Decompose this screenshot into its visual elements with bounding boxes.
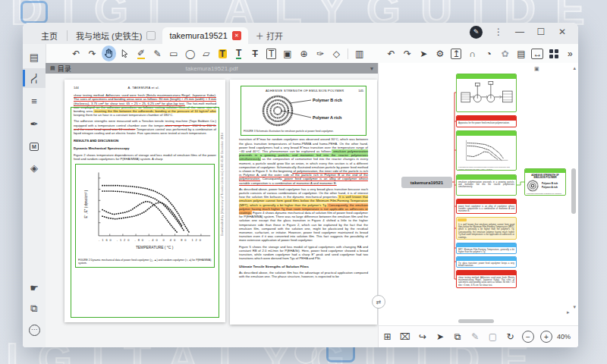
eraser-icon: ◇ — [333, 49, 340, 58]
export-button[interactable]: ↥ — [449, 46, 464, 61]
rectangle-tool-button[interactable]: ▭ — [166, 46, 181, 61]
screenshot-button[interactable]: ▢ — [486, 329, 499, 345]
sidebar-item-more[interactable]: ⋯ — [23, 320, 46, 340]
signature-pen-icon: ✑ — [316, 49, 324, 58]
mindmap-node-red-excerpt-2[interactable]: shear testing method. Adhesives used wer… — [456, 270, 517, 288]
mindmap-node-apparatus-figure[interactable] — [456, 74, 517, 112]
annotation-toolbar: ↶ ↷ ✐ ✎ ▭ ◯ ▱ T T T T ▣ ⊕ ✑ ◇ ▥ ↶ ↷ ➤ ⚙ … — [46, 44, 578, 64]
book-pages-icon: ⧉ — [30, 303, 37, 315]
timer-button[interactable]: ◔ — [481, 46, 495, 61]
hand-tool-button[interactable] — [102, 46, 116, 61]
zoom-out-button[interactable]: − — [522, 331, 534, 343]
signature-button[interactable]: ✑ — [313, 46, 327, 61]
sidebar-item-tags[interactable]: ◈ — [23, 158, 46, 177]
close-icon[interactable]: ✕ — [557, 27, 568, 37]
menu-dots-icon[interactable]: ⋮ — [493, 27, 504, 37]
delete-node-button[interactable]: ⌧ — [398, 329, 411, 345]
mindmap-node-red-note[interactable]: Apparatus for the power feed emulsion po… — [456, 115, 517, 127]
pointer-tool-button[interactable]: ➤ — [417, 46, 431, 61]
panel-collapse-button[interactable]: ⇄ — [372, 295, 385, 309]
titlebar: 主页 我与地坛 (史铁生) takemura19521 ✕ ＋ 打开 ✎ ⋮ —… — [23, 23, 578, 44]
scroll-down-icon[interactable]: ▾ — [573, 304, 576, 310]
ellipse-tool-button[interactable]: ◯ — [183, 46, 197, 61]
highlighter-button[interactable]: ✐ — [134, 46, 148, 61]
image-annotation-button[interactable]: ▣ — [280, 46, 294, 61]
pen-button[interactable]: ✎ — [150, 46, 165, 61]
scroll-up-icon[interactable]: ▴ — [573, 65, 576, 71]
open-file-button[interactable]: ＋ 打开 — [248, 27, 291, 44]
zoom-level: 40% — [557, 333, 571, 340]
text-highlight-button[interactable]: T — [215, 46, 230, 61]
figure-3-annotation-box[interactable]: ADHESIVE STRENGTH OF EMULSION POLYMER 14… — [241, 86, 366, 136]
tag-icon: ◈ — [30, 162, 38, 174]
tab-close-icon[interactable]: ✕ — [232, 31, 241, 40]
mindmap-node-yellow-note[interactable]: It is well known that emulsion polymer c… — [456, 217, 517, 240]
mindmap-node-blue-note-2[interactable]: Tg: glass transition; power feed copolym… — [456, 256, 517, 268]
web-link-button[interactable]: ⊕ — [297, 46, 311, 61]
copy-node-button[interactable]: ⧉ — [451, 329, 464, 345]
redo-icon: ↷ — [404, 49, 411, 58]
polygon-tool-button[interactable]: ▱ — [199, 46, 213, 61]
horizontal-scrollbar[interactable] — [458, 319, 494, 323]
mindmap-node-figure3-detail[interactable]: ADHESIVE STRENGTH OF EMULSION POLYMER — [524, 168, 566, 196]
vertical-scrollbar[interactable] — [571, 168, 576, 214]
chevron-down-icon[interactable]: ▾ — [370, 65, 373, 72]
new-node-icon: ⊞ — [384, 332, 392, 341]
tab-close-icon[interactable] — [146, 31, 156, 40]
text-underline-button[interactable]: T — [231, 46, 246, 61]
tab-separator — [67, 30, 68, 41]
mindmap-node-blue-note-1[interactable]: MFT: Minimum Film-Forming Temperature, g… — [456, 243, 517, 254]
link-node-button[interactable]: ↪ — [416, 329, 429, 345]
tab-home[interactable]: 主页 — [33, 27, 65, 44]
node-text: emulsion polymerization proceeds in a gr… — [457, 180, 516, 190]
text-strikethrough-button[interactable]: T — [247, 46, 262, 61]
scroll-right-icon[interactable]: ▸ — [567, 309, 570, 315]
sidebar-item-hand-gesture[interactable]: ☛ — [23, 278, 46, 297]
grid-view-button[interactable] — [546, 46, 561, 61]
ellipse-icon: ◯ — [185, 49, 195, 58]
minimap-toggle-icon[interactable]: ▣ — [534, 66, 539, 72]
mindmap-node-red-excerpt[interactable]: power feed copolymer is an alloy of copo… — [456, 199, 517, 214]
mindmap-node-chart-figure[interactable]: FIGURE 2 Dynamic mechanical data of powe… — [456, 130, 517, 171]
minimize-icon[interactable]: — — [514, 27, 525, 37]
sidebar-item-markdown[interactable]: M — [23, 136, 46, 156]
eraser-button[interactable]: ◇ — [329, 46, 344, 61]
undo-icon: ↶ — [72, 49, 80, 58]
cursor-icon — [120, 49, 130, 58]
desktop-wallpaper: DIGITALYGUIDE DIGITALYGUIDE 主页 我与地坛 (史铁生… — [0, 0, 607, 364]
tab-document-1[interactable]: 我与地坛 (史铁生) — [69, 27, 162, 44]
settings-button[interactable]: ⚙ — [432, 46, 447, 61]
figure-2-annotation-box[interactable]: -160 -120 -80 -40 0 40 80 120 TEMPERATUR… — [75, 164, 215, 268]
mindmap-root-node[interactable]: takemura19521 — [401, 177, 452, 188]
sidebar-item-outline[interactable]: ▤ — [23, 47, 46, 67]
rows-layout-button[interactable]: ▤ — [514, 46, 528, 61]
sidebar-item-book-pages[interactable]: ⧉ — [23, 299, 46, 318]
maximize-icon[interactable]: ☐ — [536, 27, 546, 37]
new-node-button[interactable]: ⊞ — [381, 329, 394, 345]
app-logo-icon[interactable]: ✎ — [470, 26, 483, 39]
mindmap-node-green-excerpt[interactable]: emulsion polymerization proceeds in a gr… — [456, 174, 517, 196]
wallpaper-square-decor — [20, 1, 48, 24]
sidebar-item-mindmap[interactable]: ⌥ — [23, 68, 46, 88]
audio-button[interactable]: ∩ — [465, 46, 480, 61]
text-note-button[interactable]: T — [264, 46, 278, 61]
history-undo-button[interactable]: ↶ — [384, 46, 398, 61]
fit-width-button[interactable]: ↔ — [530, 46, 545, 61]
minus-icon: − — [526, 333, 530, 341]
sidebar-item-notes[interactable]: ✒ — [23, 114, 46, 133]
redo-button[interactable]: ↷ — [85, 46, 99, 61]
draw-button[interactable]: ✎ — [469, 329, 482, 345]
history-redo-button[interactable]: ↷ — [400, 46, 414, 61]
select-tool-button[interactable] — [118, 46, 132, 61]
node-title: ADHESIVE STRENGTH OF EMULSION POLYMER — [527, 174, 564, 180]
mindmap-canvas[interactable]: takemura19521 — [379, 63, 578, 326]
refresh-layout-button[interactable]: ↻ — [504, 329, 517, 345]
select-node-button[interactable]: ➤ — [433, 329, 446, 345]
plugins-button[interactable]: ✿ — [498, 46, 512, 61]
undo-button[interactable]: ↶ — [69, 46, 83, 61]
zoom-in-button[interactable]: + — [540, 331, 552, 343]
reading-layout-button[interactable]: ▥ — [352, 46, 366, 61]
tab-document-2-active[interactable]: takemura19521 ✕ — [162, 27, 247, 44]
sidebar-item-annotation-list[interactable]: ≡ — [23, 91, 46, 111]
toolbar-overflow-button[interactable]: » — [563, 46, 577, 61]
